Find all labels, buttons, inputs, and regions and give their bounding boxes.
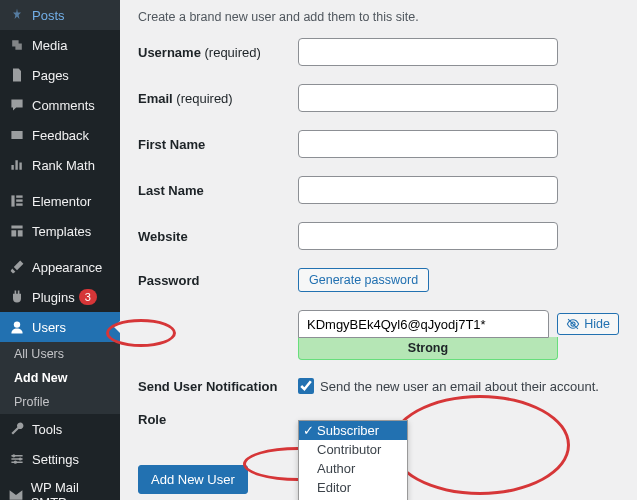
password-label: Password [138,273,298,288]
sidebar-item-rankmath[interactable]: Rank Math [0,150,120,180]
svg-rect-0 [11,195,14,206]
sidebar-label: Templates [32,224,91,239]
plugins-badge: 3 [79,289,97,305]
sidebar-label: WP Mail SMTP [31,480,112,500]
templates-icon [8,222,26,240]
media-icon [8,36,26,54]
sidebar-submenu-users: All Users Add New Profile [0,342,120,414]
main-content: Create a brand new user and add them to … [120,0,637,500]
password-input[interactable] [298,310,549,338]
email-input[interactable] [298,84,558,112]
svg-point-5 [12,454,15,457]
add-new-user-button[interactable]: Add New User [138,465,248,494]
admin-sidebar: Posts Media Pages Comments Feedback Rank… [0,0,120,500]
sidebar-label: Settings [32,452,79,467]
hide-password-button[interactable]: Hide [557,313,619,335]
role-option-editor[interactable]: Editor [299,478,407,497]
sidebar-label: Appearance [32,260,102,275]
sidebar-item-tools[interactable]: Tools [0,414,120,444]
sidebar-item-settings[interactable]: Settings [0,444,120,474]
role-select-dropdown[interactable]: Subscriber Contributor Author Editor Adm… [298,420,408,501]
sidebar-item-plugins[interactable]: Plugins3 [0,282,120,312]
role-option-author[interactable]: Author [299,459,407,478]
eye-slash-icon [566,317,580,331]
notification-checkbox[interactable] [298,378,314,394]
email-label: Email (required) [138,91,298,106]
feedback-icon [8,126,26,144]
website-input[interactable] [298,222,558,250]
sidebar-item-appearance[interactable]: Appearance [0,252,120,282]
lastname-input[interactable] [298,176,558,204]
wrench-icon [8,420,26,438]
sidebar-item-pages[interactable]: Pages [0,60,120,90]
role-label: Role [138,412,298,427]
sidebar-label: Comments [32,98,95,113]
svg-rect-2 [16,199,22,201]
svg-point-4 [14,321,20,327]
chart-icon [8,156,26,174]
firstname-input[interactable] [298,130,558,158]
sidebar-item-media[interactable]: Media [0,30,120,60]
role-option-administrator[interactable]: Administrator [299,497,407,501]
generate-password-button[interactable]: Generate password [298,268,429,292]
sidebar-label: Tools [32,422,62,437]
sidebar-item-elementor[interactable]: Elementor [0,186,120,216]
sidebar-label: Plugins [32,290,75,305]
plug-icon [8,288,26,306]
pages-icon [8,66,26,84]
svg-rect-3 [16,203,22,205]
sidebar-label: Posts [32,8,65,23]
elementor-icon [8,192,26,210]
page-description: Create a brand new user and add them to … [138,10,619,24]
pin-icon [8,6,26,24]
sidebar-sub-add-new[interactable]: Add New [0,366,120,390]
sidebar-item-users[interactable]: Users [0,312,120,342]
user-icon [8,318,26,336]
notification-label: Send User Notification [138,379,298,394]
notification-text: Send the new user an email about their a… [320,379,599,394]
username-label: Username (required) [138,45,298,60]
sidebar-item-wpmailsmtp[interactable]: WP Mail SMTP [0,474,120,500]
svg-point-7 [14,461,17,464]
brush-icon [8,258,26,276]
sliders-icon [8,450,26,468]
sidebar-item-comments[interactable]: Comments [0,90,120,120]
sidebar-label: Media [32,38,67,53]
firstname-label: First Name [138,137,298,152]
sidebar-label: Elementor [32,194,91,209]
sidebar-label: Pages [32,68,69,83]
sidebar-item-templates[interactable]: Templates [0,216,120,246]
role-option-contributor[interactable]: Contributor [299,440,407,459]
sidebar-sub-profile[interactable]: Profile [0,390,120,414]
sidebar-item-posts[interactable]: Posts [0,0,120,30]
website-label: Website [138,229,298,244]
mail-icon [8,486,25,500]
role-option-subscriber[interactable]: Subscriber [299,421,407,440]
sidebar-label: Rank Math [32,158,95,173]
sidebar-sub-all-users[interactable]: All Users [0,342,120,366]
username-input[interactable] [298,38,558,66]
sidebar-label: Feedback [32,128,89,143]
sidebar-label: Users [32,320,66,335]
svg-rect-1 [16,195,22,197]
comments-icon [8,96,26,114]
sidebar-item-feedback[interactable]: Feedback [0,120,120,150]
lastname-label: Last Name [138,183,298,198]
password-strength: Strong [298,337,558,360]
svg-point-6 [19,457,22,460]
